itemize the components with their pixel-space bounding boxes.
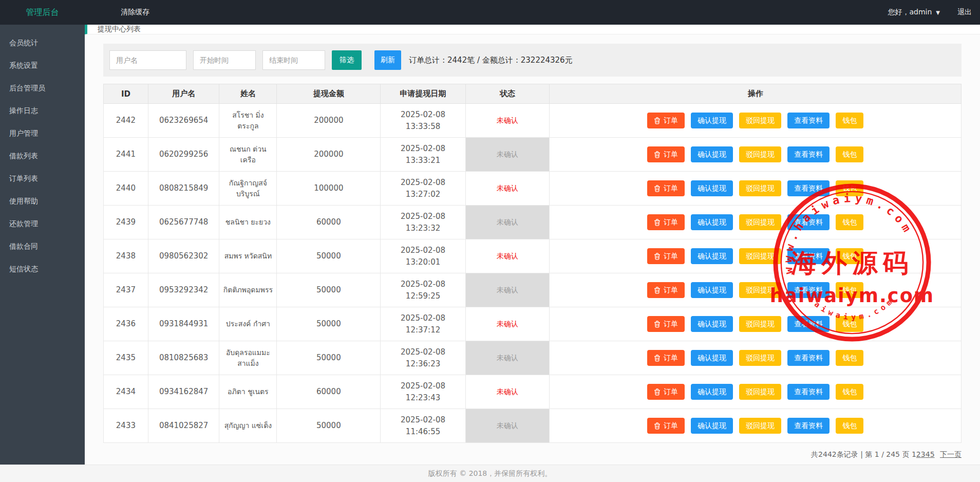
order-button[interactable]: 订单 <box>647 214 685 230</box>
main-area: 提现中心列表 筛选 刷新 订单总计：2442笔 / 金额总计：232224326… <box>85 25 980 465</box>
table-row: 2436 0931844931 ประสงค์ กำศา 50000 2025-… <box>104 307 962 341</box>
reject-withdraw-button[interactable]: 驳回提现 <box>739 316 781 332</box>
confirm-withdraw-button[interactable]: 确认提现 <box>691 113 733 128</box>
status-badge: 未确认 <box>465 172 550 206</box>
page-link-4[interactable]: 4 <box>926 450 930 458</box>
start-time-input[interactable] <box>193 50 256 70</box>
confirm-withdraw-button[interactable]: 确认提现 <box>691 418 733 434</box>
wallet-button[interactable]: 钱包 <box>836 146 863 162</box>
view-profile-button[interactable]: 查看资料 <box>787 384 830 400</box>
order-button[interactable]: 订单 <box>647 384 685 400</box>
confirm-withdraw-button[interactable]: 确认提现 <box>691 214 733 230</box>
confirm-withdraw-button[interactable]: 确认提现 <box>691 384 733 400</box>
sidebar-item-1[interactable]: 会员统计 <box>0 32 85 54</box>
wallet-button[interactable]: 钱包 <box>836 113 863 128</box>
refresh-button[interactable]: 刷新 <box>374 50 401 70</box>
end-time-input[interactable] <box>262 50 325 70</box>
reject-withdraw-button[interactable]: 驳回提现 <box>739 113 781 128</box>
order-button[interactable]: 订单 <box>647 282 685 298</box>
order-button-label: 订单 <box>664 184 678 193</box>
cell-name: อับดุลรอแมมะสาแม็ง <box>219 341 277 375</box>
wallet-button[interactable]: 钱包 <box>836 214 863 230</box>
reject-withdraw-button[interactable]: 驳回提现 <box>739 214 781 230</box>
view-profile-button[interactable]: 查看资料 <box>787 113 830 128</box>
wallet-button[interactable]: 钱包 <box>836 282 863 298</box>
wallet-button[interactable]: 钱包 <box>836 418 863 434</box>
table-row: 2442 0623269654 สโรชา มิ่งตระกูล 200000 … <box>104 104 962 138</box>
confirm-withdraw-button[interactable]: 确认提现 <box>691 180 733 196</box>
view-profile-button[interactable]: 查看资料 <box>787 282 830 298</box>
reject-withdraw-button[interactable]: 驳回提现 <box>739 180 781 196</box>
withdraw-table: ID 用户名 姓名 提现金额 申请提现日期 状态 操作 2442 0623269… <box>103 84 962 443</box>
sidebar-item-11[interactable]: 短信状态 <box>0 258 85 281</box>
page-link-3[interactable]: 3 <box>921 450 926 458</box>
view-profile-button[interactable]: 查看资料 <box>787 316 830 332</box>
logout-button[interactable]: 退出 <box>957 8 972 17</box>
reject-withdraw-button[interactable]: 驳回提现 <box>739 350 781 366</box>
sidebar-item-8[interactable]: 使用帮助 <box>0 190 85 213</box>
cell-date: 2025-02-08 13:23:32 <box>381 206 465 239</box>
wallet-button[interactable]: 钱包 <box>836 350 863 366</box>
cell-date: 2025-02-08 12:36:23 <box>381 341 465 375</box>
table-row: 2439 0625677748 ชลนิชา ยะยวง 60000 2025-… <box>104 206 962 239</box>
user-menu[interactable]: 您好，admin ▼ <box>888 8 940 17</box>
wallet-button[interactable]: 钱包 <box>836 316 863 332</box>
cell-amount: 200000 <box>277 104 381 138</box>
sidebar-item-10[interactable]: 借款合同 <box>0 235 85 258</box>
sidebar-item-2[interactable]: 系统设置 <box>0 54 85 77</box>
page-link-5[interactable]: 5 <box>930 450 935 458</box>
view-profile-button[interactable]: 查看资料 <box>787 248 830 264</box>
view-profile-button[interactable]: 查看资料 <box>787 214 830 230</box>
trash-icon <box>654 219 661 226</box>
reject-withdraw-button[interactable]: 驳回提现 <box>739 418 781 434</box>
page-link-1[interactable]: 1 <box>912 450 916 458</box>
order-button[interactable]: 订单 <box>647 248 685 264</box>
sidebar-item-4[interactable]: 操作日志 <box>0 100 85 122</box>
order-button[interactable]: 订单 <box>647 146 685 162</box>
sidebar-item-9[interactable]: 还款管理 <box>0 213 85 235</box>
cell-date: 2025-02-08 13:33:21 <box>381 138 465 172</box>
clear-cache-button[interactable]: 清除缓存 <box>121 8 149 17</box>
confirm-withdraw-button[interactable]: 确认提现 <box>691 350 733 366</box>
filter-button[interactable]: 筛选 <box>332 50 362 70</box>
order-button-label: 订单 <box>664 218 678 227</box>
cell-amount: 50000 <box>277 239 381 273</box>
cell-id: 2438 <box>104 239 148 273</box>
wallet-button[interactable]: 钱包 <box>836 384 863 400</box>
cell-username: 0808215849 <box>148 172 219 206</box>
order-button[interactable]: 订单 <box>647 350 685 366</box>
confirm-withdraw-button[interactable]: 确认提现 <box>691 282 733 298</box>
order-button-label: 订单 <box>664 421 678 431</box>
order-button[interactable]: 订单 <box>647 180 685 196</box>
wallet-button[interactable]: 钱包 <box>836 248 863 264</box>
confirm-withdraw-button[interactable]: 确认提现 <box>691 146 733 162</box>
sidebar-item-3[interactable]: 后台管理员 <box>0 77 85 100</box>
order-button[interactable]: 订单 <box>647 113 685 128</box>
order-button[interactable]: 订单 <box>647 316 685 332</box>
page-footer: 版权所有 © 2018，并保留所有权利。 <box>0 465 980 482</box>
reject-withdraw-button[interactable]: 驳回提现 <box>739 282 781 298</box>
view-profile-button[interactable]: 查看资料 <box>787 146 830 162</box>
reject-withdraw-button[interactable]: 驳回提现 <box>739 146 781 162</box>
cell-id: 2439 <box>104 206 148 239</box>
reject-withdraw-button[interactable]: 驳回提现 <box>739 248 781 264</box>
username-input[interactable] <box>109 50 186 70</box>
cell-name: กัณฐิกาญสจ์ บริบูรณ์ <box>219 172 277 206</box>
view-profile-button[interactable]: 查看资料 <box>787 418 830 434</box>
reject-withdraw-button[interactable]: 驳回提现 <box>739 384 781 400</box>
next-page-link[interactable]: 下一页 <box>940 450 962 458</box>
cell-name: อภิตา ชูเนตร <box>219 375 277 409</box>
page-link-2[interactable]: 2 <box>916 450 921 458</box>
confirm-withdraw-button[interactable]: 确认提现 <box>691 316 733 332</box>
order-button[interactable]: 订单 <box>647 418 685 434</box>
wallet-button[interactable]: 钱包 <box>836 180 863 196</box>
view-profile-button[interactable]: 查看资料 <box>787 180 830 196</box>
confirm-withdraw-button[interactable]: 确认提现 <box>691 248 733 264</box>
status-badge: 未确认 <box>465 409 550 443</box>
app-title[interactable]: 管理后台 <box>0 7 85 18</box>
status-badge: 未确认 <box>465 273 550 307</box>
view-profile-button[interactable]: 查看资料 <box>787 350 830 366</box>
sidebar-item-6[interactable]: 借款列表 <box>0 145 85 168</box>
sidebar-item-5[interactable]: 用户管理 <box>0 122 85 145</box>
sidebar-item-7[interactable]: 订单列表 <box>0 168 85 190</box>
